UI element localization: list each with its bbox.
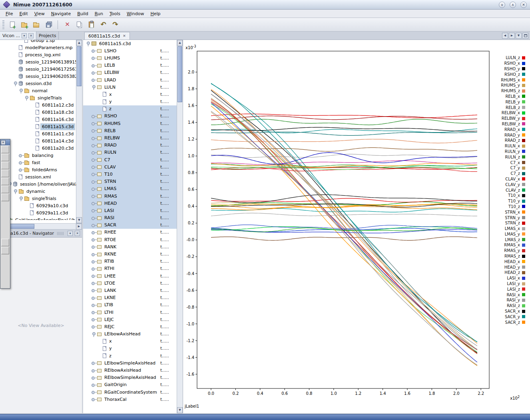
channel-row[interactable]: LEJCt.....	[83, 316, 177, 323]
expand-toggle-icon[interactable]	[91, 368, 97, 373]
expand-toggle-icon[interactable]	[91, 361, 97, 365]
collapse-toggle-icon[interactable]	[13, 189, 18, 194]
channel-row[interactable]: LTOEt.....	[83, 279, 177, 287]
expand-toggle-icon[interactable]	[91, 281, 97, 285]
collapse-toggle-icon[interactable]	[18, 88, 24, 93]
expand-toggle-icon[interactable]	[91, 230, 97, 235]
tree-row[interactable]: 60811a12.c3d	[0, 101, 76, 109]
expand-toggle-icon[interactable]	[91, 382, 97, 387]
channel-row[interactable]: LTHIt.....	[83, 309, 177, 316]
expand-toggle-icon[interactable]	[91, 70, 97, 75]
channel-row[interactable]: HEADt.....	[83, 200, 177, 207]
expand-toggle-icon[interactable]	[91, 310, 97, 315]
channel-row[interactable]: LKNEt.....	[83, 294, 177, 301]
channel-row[interactable]: RELBWt.....	[83, 134, 177, 141]
palette-button[interactable]	[1, 194, 9, 201]
tree-row[interactable]: process_log.xml	[0, 51, 76, 58]
expand-toggle-icon[interactable]	[18, 160, 24, 165]
channel-row[interactable]: STRNt.....	[83, 178, 177, 185]
tree-row[interactable]: fast	[0, 159, 76, 166]
channel-row[interactable]: RTOEt.....	[83, 236, 177, 243]
channel-row[interactable]: RTIBt.....	[83, 258, 177, 265]
expand-toggle-icon[interactable]	[91, 375, 97, 380]
title-bar[interactable]: Nimue 200711261600 ∨ ∧ ✕	[0, 0, 530, 10]
close-tab-icon[interactable]: ✕	[28, 33, 34, 38]
editor-tab[interactable]: 60811a15.c3d ✕	[84, 32, 130, 40]
tree-row[interactable]: 60811a15.c3d	[0, 123, 76, 130]
collapse-toggle-icon[interactable]	[13, 81, 18, 86]
palette-button[interactable]	[1, 239, 9, 246]
channel-row[interactable]: LHUMSt.....	[83, 54, 177, 61]
channel-vertical-scrollbar[interactable]: ▲ ▼	[177, 40, 183, 413]
channel-row[interactable]: C7t.....	[83, 156, 177, 163]
tree-row[interactable]: normal	[0, 87, 76, 94]
new-project-button[interactable]	[19, 19, 30, 30]
channel-row[interactable]: RHEEt.....	[83, 229, 177, 236]
scroll-down-button[interactable]: ▼	[76, 217, 82, 223]
tree-row[interactable]: session.d3d	[0, 80, 76, 87]
menu-window[interactable]: Window	[124, 10, 147, 17]
tree-row[interactable]: 60811a18.c3d	[0, 109, 76, 116]
scrollbar-thumb[interactable]	[77, 46, 82, 86]
channel-row[interactable]: LElbowAxisHeadt.....	[83, 331, 177, 338]
expand-toggle-icon[interactable]	[91, 143, 97, 148]
expand-toggle-icon[interactable]	[91, 157, 97, 162]
menu-help[interactable]: Help	[147, 10, 163, 17]
toolbar-grip[interactable]	[2, 20, 4, 29]
tab-vicon[interactable]: Vicon ... ▾ ✕	[0, 32, 36, 40]
scroll-tabs-right-button[interactable]: ▶	[509, 33, 515, 39]
expand-toggle-icon[interactable]	[91, 252, 97, 257]
channel-row[interactable]: LRADt.....	[83, 76, 177, 83]
close-navigator-icon[interactable]: ✕	[75, 231, 80, 236]
expand-toggle-icon[interactable]	[91, 266, 97, 271]
expand-toggle-icon[interactable]	[91, 121, 97, 126]
palette-button[interactable]	[1, 178, 9, 185]
tree-row[interactable]: 60811a20.c3d	[0, 145, 76, 152]
channel-row[interactable]: yt.....	[83, 345, 177, 352]
expand-toggle-icon[interactable]	[91, 244, 97, 249]
expand-toggle-icon[interactable]	[91, 194, 97, 198]
close-palette-icon[interactable]: ✕	[1, 140, 6, 145]
channel-row[interactable]: LHEEt.....	[83, 272, 177, 279]
channel-row[interactable]: RElbowSimpleAxisHeadt.....	[83, 374, 177, 381]
expand-toggle-icon[interactable]	[91, 150, 97, 155]
explorer-horizontal-scrollbar[interactable]: ◀ ▶	[0, 224, 82, 230]
channel-row[interactable]: CLAVt.....	[83, 163, 177, 170]
expand-toggle-icon[interactable]	[91, 390, 97, 394]
channel-row[interactable]: SACRt.....	[83, 222, 177, 229]
channel-row[interactable]: xt.....	[83, 91, 177, 98]
channel-row[interactable]: RANKt.....	[83, 243, 177, 250]
save-all-button[interactable]	[43, 19, 54, 30]
tree-row[interactable]: 60811a14.c3d	[0, 137, 76, 145]
expand-toggle-icon[interactable]	[18, 153, 24, 158]
palette-button[interactable]	[1, 162, 9, 169]
scroll-up-button[interactable]: ▲	[76, 40, 82, 46]
tree-row[interactable]: session.xml	[0, 173, 76, 180]
expand-toggle-icon[interactable]	[91, 186, 97, 191]
minimize-button[interactable]: ∨	[499, 2, 505, 8]
channel-row[interactable]: LElbowSimpleAxisHeadt.....	[83, 359, 177, 367]
palette-button[interactable]	[1, 186, 9, 193]
menu-edit[interactable]: Edit	[16, 10, 31, 17]
expand-toggle-icon[interactable]	[91, 77, 97, 82]
expand-toggle-icon[interactable]	[91, 223, 97, 228]
expand-toggle-icon[interactable]	[91, 216, 97, 220]
expand-toggle-icon[interactable]	[91, 208, 97, 213]
scroll-down-button[interactable]: ▼	[177, 407, 183, 413]
channel-row[interactable]: LASIt.....	[83, 207, 177, 214]
palette-button[interactable]	[1, 154, 9, 161]
expand-toggle-icon[interactable]	[91, 273, 97, 278]
expand-toggle-icon[interactable]	[91, 128, 97, 133]
expand-toggle-icon[interactable]	[91, 288, 97, 293]
expand-toggle-icon[interactable]	[91, 397, 97, 402]
redo-button[interactable]: ↷	[110, 19, 121, 30]
palette-title-bar[interactable]: ✕	[0, 139, 10, 145]
paste-button[interactable]	[86, 19, 97, 30]
palette-button[interactable]	[1, 247, 9, 254]
channel-row[interactable]: GaitOrigint.....	[83, 381, 177, 388]
channel-row[interactable]: RMASt.....	[83, 192, 177, 200]
expand-toggle-icon[interactable]	[91, 201, 97, 206]
scrollbar-track[interactable]	[177, 46, 183, 407]
tree-row[interactable]: singleTrials	[0, 94, 76, 101]
channel-row[interactable]: LSHOt.....	[83, 47, 177, 54]
